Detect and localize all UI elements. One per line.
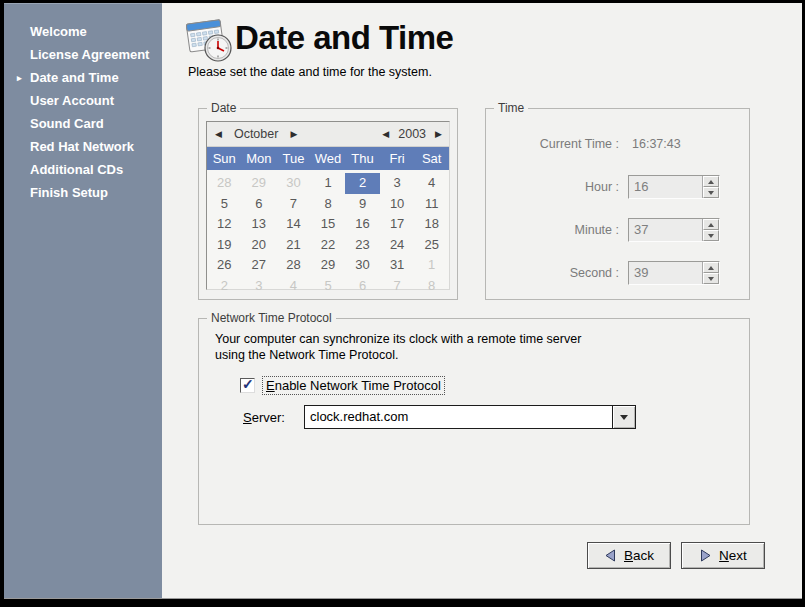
day-header-tue: Tue	[276, 151, 311, 166]
calendar-day[interactable]: 11	[414, 194, 449, 215]
calendar-day[interactable]: 1	[414, 255, 449, 276]
calendar-day[interactable]: 18	[414, 214, 449, 235]
sidebar-item-label: Finish Setup	[30, 185, 108, 200]
day-header-sat: Sat	[414, 151, 449, 166]
calendar-day[interactable]: 20	[242, 235, 277, 256]
calendar-day[interactable]: 15	[311, 214, 346, 235]
calendar-day[interactable]: 1	[311, 173, 346, 194]
server-row: Server: clock.redhat.com	[243, 405, 636, 429]
second-spinner[interactable]: 39	[628, 261, 720, 285]
page-subtitle: Please set the date and time for the sys…	[188, 65, 432, 79]
calendar-day[interactable]: 5	[311, 276, 346, 297]
calendar-day[interactable]: 2	[207, 276, 242, 297]
calendar-day[interactable]: 3	[380, 173, 415, 194]
minute-value[interactable]: 37	[629, 219, 702, 241]
main-content: Date and Time Please set the date and ti…	[162, 3, 802, 598]
combobox-dropdown-icon[interactable]	[612, 405, 636, 429]
spin-up-icon[interactable]	[703, 262, 719, 273]
calendar-grid: 2829301234567891011121314151617181920212…	[207, 170, 449, 296]
calendar-day[interactable]: 16	[345, 214, 380, 235]
calendar-day[interactable]: 17	[380, 214, 415, 235]
next-month-icon[interactable]: ▶	[286, 129, 301, 139]
prev-year-icon[interactable]: ◀	[378, 129, 393, 139]
calendar-day[interactable]: 24	[380, 235, 415, 256]
ntp-description-line2: using the Network Time Protocol.	[215, 348, 398, 362]
back-button[interactable]: Back	[587, 542, 671, 569]
calendar-header: ◀ October ▶ ◀ 2003 ▶	[207, 122, 449, 147]
spin-down-icon[interactable]	[703, 273, 719, 284]
calendar-day[interactable]: 8	[414, 276, 449, 297]
calendar-day[interactable]: 7	[276, 194, 311, 215]
sidebar-item-welcome: ▸Welcome	[4, 20, 162, 43]
sidebar-item-date-and-time: ▸Date and Time	[4, 66, 162, 89]
next-button[interactable]: Next	[681, 542, 765, 569]
date-groupbox: Date ◀ October ▶ ◀ 2003 ▶ SunMonTueWedTh…	[198, 108, 458, 300]
calendar-day[interactable]: 28	[276, 255, 311, 276]
day-header-sun: Sun	[207, 151, 242, 166]
calendar-day-selected[interactable]: 2	[345, 173, 380, 194]
sidebar-item-label: Welcome	[30, 24, 87, 39]
ntp-description-line1: Your computer can synchronize its clock …	[215, 332, 581, 346]
calendar-day[interactable]: 4	[414, 173, 449, 194]
calendar-day[interactable]: 19	[207, 235, 242, 256]
spin-up-icon[interactable]	[703, 219, 719, 230]
prev-month-icon[interactable]: ◀	[211, 129, 226, 139]
calendar-day[interactable]: 14	[276, 214, 311, 235]
day-header-thu: Thu	[345, 151, 380, 166]
minute-row: Minute :37	[494, 218, 737, 242]
calendar-day[interactable]: 22	[311, 235, 346, 256]
checkmark-icon: ✓	[242, 376, 254, 392]
next-button-label: Next	[719, 548, 747, 563]
next-year-icon[interactable]: ▶	[431, 129, 446, 139]
wizard-step-sidebar: ▸Welcome▸License Agreement▸Date and Time…	[4, 3, 162, 598]
day-header-mon: Mon	[242, 151, 277, 166]
calendar-day[interactable]: 26	[207, 255, 242, 276]
sidebar-item-license-agreement: ▸License Agreement	[4, 43, 162, 66]
minute-label: Minute :	[494, 223, 628, 237]
page-title: Date and Time	[235, 19, 453, 57]
calendar-day[interactable]: 12	[207, 214, 242, 235]
calendar-day[interactable]: 29	[311, 255, 346, 276]
calendar-day[interactable]: 3	[242, 276, 277, 297]
server-combobox-input[interactable]: clock.redhat.com	[304, 405, 612, 429]
enable-ntp-label[interactable]: Enable Network Time Protocol	[262, 376, 445, 395]
server-combobox: clock.redhat.com	[304, 405, 636, 429]
calendar-day[interactable]: 13	[242, 214, 277, 235]
calendar-day[interactable]: 7	[380, 276, 415, 297]
calendar-day[interactable]: 27	[242, 255, 277, 276]
time-groupbox: Time Current Time : 16:37:43 Hour :16Min…	[485, 108, 750, 300]
spin-down-icon[interactable]	[703, 230, 719, 241]
current-step-arrow-icon: ▸	[17, 71, 22, 86]
calendar-day[interactable]: 10	[380, 194, 415, 215]
calendar-day[interactable]: 4	[276, 276, 311, 297]
calendar-day[interactable]: 30	[345, 255, 380, 276]
sidebar-item-label: User Account	[30, 93, 114, 108]
calendar-day[interactable]: 21	[276, 235, 311, 256]
sidebar-item-label: Additional CDs	[30, 162, 123, 177]
calendar-day[interactable]: 31	[380, 255, 415, 276]
calendar-day[interactable]: 30	[276, 173, 311, 194]
calendar-day[interactable]: 25	[414, 235, 449, 256]
calendar-day[interactable]: 29	[242, 173, 277, 194]
server-label: Server:	[243, 410, 304, 425]
calendar-day[interactable]: 5	[207, 194, 242, 215]
hour-spinner[interactable]: 16	[628, 175, 720, 199]
setup-wizard-window: ▸Welcome▸License Agreement▸Date and Time…	[4, 3, 802, 599]
calendar-day-headers: SunMonTueWedThuFriSat	[207, 147, 449, 170]
calendar-day[interactable]: 28	[207, 173, 242, 194]
second-value[interactable]: 39	[629, 262, 702, 284]
calendar-day[interactable]: 6	[242, 194, 277, 215]
calendar-day[interactable]: 23	[345, 235, 380, 256]
day-header-fri: Fri	[380, 151, 415, 166]
calendar-day[interactable]: 8	[311, 194, 346, 215]
calendar-day[interactable]: 6	[345, 276, 380, 297]
ntp-groupbox: Network Time Protocol Your computer can …	[198, 318, 750, 525]
sidebar-item-label: Red Hat Network	[30, 139, 134, 154]
sidebar-item-user-account: ▸User Account	[4, 89, 162, 112]
calendar-day[interactable]: 9	[345, 194, 380, 215]
hour-value[interactable]: 16	[629, 176, 702, 198]
enable-ntp-checkbox[interactable]: ✓	[240, 378, 255, 393]
spin-down-icon[interactable]	[703, 187, 719, 198]
minute-spinner[interactable]: 37	[628, 218, 720, 242]
spin-up-icon[interactable]	[703, 176, 719, 187]
